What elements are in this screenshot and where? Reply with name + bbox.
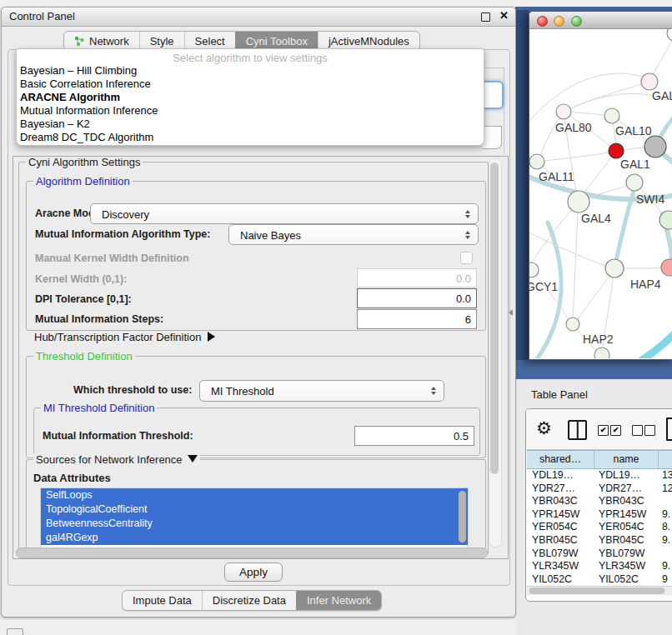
- table-cell[interactable]: YDR27…: [527, 482, 594, 496]
- scrollbar-thumb[interactable]: [529, 588, 664, 594]
- close-traffic-light-icon[interactable]: [537, 16, 548, 27]
- column-header-shared-name[interactable]: shared…: [527, 451, 594, 468]
- control-panel-titlebar[interactable]: Control Panel ✕: [2, 8, 515, 27]
- hub-definition-expander[interactable]: Hub/Transcription Factor Definition: [34, 331, 215, 343]
- data-attributes-list[interactable]: SelfLoops TopologicalCoefficient Between…: [40, 488, 469, 548]
- table-row[interactable]: YBR045CYBR045C9.: [527, 534, 672, 548]
- algorithm-option[interactable]: Basic Correlation Inference: [17, 78, 484, 91]
- table-cell[interactable]: YDL19…: [594, 469, 657, 482]
- table-cell[interactable]: 9.: [657, 508, 672, 522]
- network-node[interactable]: [626, 174, 643, 191]
- network-combobox-edge[interactable]: [483, 126, 502, 149]
- tab-infer-network[interactable]: Infer Network: [296, 591, 381, 610]
- network-edge[interactable]: [544, 151, 616, 161]
- network-node[interactable]: [604, 108, 619, 123]
- minimized-window-icon[interactable]: [7, 628, 23, 635]
- table-cell[interactable]: YDR27…: [594, 482, 657, 496]
- network-edge[interactable]: [614, 192, 634, 268]
- table-cell[interactable]: YER054C: [527, 521, 594, 534]
- column-header-partial[interactable]: [659, 451, 672, 468]
- network-node[interactable]: [641, 73, 658, 90]
- table-row[interactable]: YDR27…YDR27…12: [527, 482, 672, 496]
- splitter-collapse-icon[interactable]: [509, 309, 513, 316]
- scrollbar-thumb[interactable]: [16, 548, 488, 558]
- network-canvas[interactable]: GALGAL80GAL10GAL1GAL11SWI4GAL4GCY1HAP4YH…: [529, 29, 672, 358]
- network-edge[interactable]: [531, 202, 579, 263]
- table-cell[interactable]: YIL052C: [527, 573, 594, 587]
- table-cell[interactable]: 12: [657, 482, 672, 496]
- table-cell[interactable]: 13: [657, 469, 672, 482]
- close-icon[interactable]: ✕: [499, 9, 509, 22]
- table-cell[interactable]: [657, 495, 672, 508]
- network-edge[interactable]: [529, 229, 605, 266]
- zoom-traffic-light-icon[interactable]: [571, 16, 582, 27]
- network-edge[interactable]: [570, 82, 649, 108]
- network-node[interactable]: [529, 154, 544, 169]
- tab-discretize-data[interactable]: Discretize Data: [202, 591, 296, 610]
- network-window-titlebar[interactable]: [529, 12, 672, 29]
- table-cell[interactable]: [657, 548, 672, 561]
- table-row[interactable]: YBL079WYBL079W: [527, 548, 672, 561]
- table-cell[interactable]: YBR045C: [594, 534, 657, 548]
- settings-vertical-scrollbar[interactable]: [489, 158, 502, 548]
- aracne-mode-combobox[interactable]: Discovery: [90, 203, 479, 224]
- export-table-icon[interactable]: [666, 418, 672, 441]
- which-threshold-combobox[interactable]: MI Threshold: [199, 380, 444, 402]
- table-cell[interactable]: YBL079W: [594, 548, 657, 561]
- show-columns-icon[interactable]: ✔: [610, 425, 621, 436]
- settings-horizontal-scrollbar[interactable]: [16, 548, 486, 557]
- column-view-icon[interactable]: [568, 420, 587, 440]
- table-row[interactable]: YBR043CYBR043C: [527, 495, 672, 508]
- table-row[interactable]: YER054CYER054C8.: [527, 521, 672, 534]
- table-cell[interactable]: 9.: [657, 560, 672, 573]
- table-cell[interactable]: YBL079W: [527, 548, 594, 561]
- table-cell[interactable]: 8.: [657, 521, 672, 534]
- float-window-icon[interactable]: [481, 12, 490, 22]
- apply-button[interactable]: Apply: [224, 562, 283, 582]
- algorithm-option[interactable]: Bayesian – K2: [17, 118, 484, 131]
- mi-threshold-field[interactable]: 0.5: [354, 426, 474, 446]
- mi-steps-field[interactable]: 6: [357, 309, 477, 329]
- table-row[interactable]: YLR345WYLR345W9.: [527, 560, 672, 573]
- table-cell[interactable]: YBR043C: [594, 495, 657, 508]
- dpi-tolerance-field[interactable]: 0.0: [357, 288, 477, 308]
- table-cell[interactable]: 9: [657, 573, 672, 587]
- table-cell[interactable]: 9.: [657, 534, 672, 548]
- network-node[interactable]: [605, 259, 624, 278]
- algorithm-option-selected[interactable]: ARACNE Algorithm: [17, 91, 484, 104]
- scrollbar-thumb[interactable]: [490, 162, 499, 474]
- network-edge[interactable]: [573, 202, 579, 318]
- table-horizontal-scrollbar[interactable]: [527, 586, 672, 595]
- algorithm-option[interactable]: Dream8 DC_TDC Algorithm: [17, 131, 484, 144]
- table-cell[interactable]: YPR145W: [527, 508, 594, 522]
- table-cell[interactable]: YIL052C: [594, 573, 657, 587]
- table-cell[interactable]: YDL19…: [527, 469, 594, 482]
- network-node[interactable]: [644, 136, 666, 158]
- network-node[interactable]: [529, 262, 539, 278]
- manual-kernel-checkbox[interactable]: [460, 252, 473, 264]
- attribute-item[interactable]: gal4RGexp: [41, 531, 468, 545]
- network-node[interactable]: [594, 348, 609, 358]
- network-edge[interactable]: [628, 322, 672, 358]
- attribute-list-scrollbar[interactable]: [459, 491, 466, 542]
- table-cell[interactable]: YLR345W: [527, 560, 594, 573]
- network-node[interactable]: [609, 143, 624, 158]
- table-cell[interactable]: YPR145W: [594, 508, 657, 522]
- minimize-traffic-light-icon[interactable]: [554, 16, 564, 27]
- column-header-name[interactable]: name: [594, 451, 659, 468]
- table-cell[interactable]: YER054C: [594, 521, 657, 534]
- gear-icon[interactable]: ⚙: [536, 418, 552, 439]
- attribute-item[interactable]: SelfLoops: [41, 488, 468, 502]
- table-row[interactable]: YPR145WYPR145W9.: [527, 508, 672, 522]
- table-cell[interactable]: YBR045C: [527, 534, 594, 548]
- table-row[interactable]: YDL19…YDL19…13: [527, 469, 672, 482]
- table-row[interactable]: YIL052CYIL052C9: [527, 573, 672, 587]
- attribute-item[interactable]: TopologicalCoefficient: [41, 502, 468, 517]
- hide-columns-icon[interactable]: [644, 425, 655, 436]
- attribute-item[interactable]: BetweennessCentrality: [41, 517, 468, 531]
- network-node[interactable]: [566, 318, 579, 331]
- table-cell[interactable]: YLR345W: [594, 560, 657, 573]
- sources-group-title[interactable]: Sources for Network Inference: [33, 453, 200, 466]
- algorithm-combobox-edge[interactable]: [483, 81, 504, 109]
- show-columns-icon[interactable]: ✔: [598, 425, 609, 436]
